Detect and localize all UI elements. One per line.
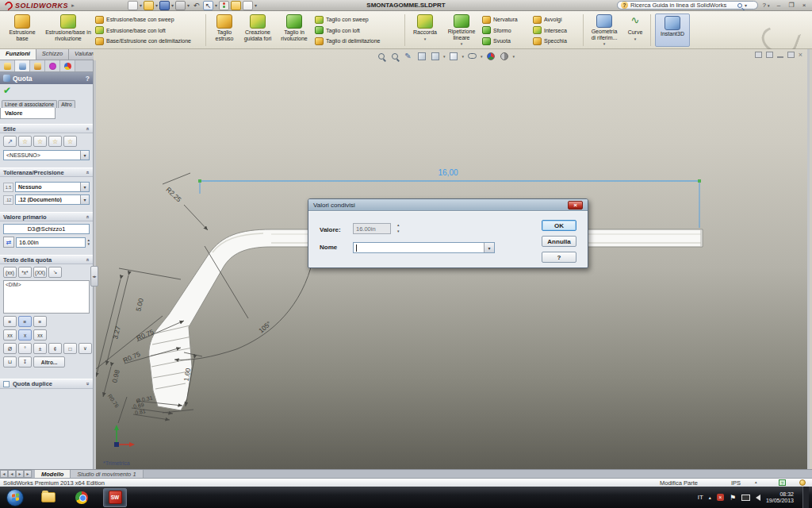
network-icon[interactable]	[741, 495, 750, 501]
interseca-button[interactable]: Interseca	[533, 25, 579, 36]
cup-symbol-button[interactable]: ⊔	[3, 356, 17, 368]
stoplight-icon[interactable]	[219, 1, 229, 10]
estrusione-rivoluzione-button[interactable]: Estrusione/base in rivoluzione	[43, 13, 94, 48]
align-right-button[interactable]: ≡	[33, 316, 47, 327]
propertymanager-tab[interactable]	[15, 60, 30, 71]
tab-altro[interactable]: Altro	[58, 100, 75, 108]
instant3d-button[interactable]: Instant3D	[655, 13, 690, 47]
section-quota-duplice-header[interactable]: Quota duplice «	[0, 379, 93, 389]
nervatura-button[interactable]: Nervatura	[482, 14, 530, 25]
menu-expand-arrow-icon[interactable]: ►	[71, 3, 75, 8]
taglio-sweep-button[interactable]: Taglio con sweep	[315, 14, 400, 25]
speaker-icon[interactable]	[756, 495, 760, 501]
dialog-close-button[interactable]: ×	[568, 201, 583, 210]
text-right-button[interactable]: xx	[33, 329, 47, 341]
tab-modello[interactable]: Modello	[35, 470, 71, 478]
dialog-title-bar[interactable]: Valori condivisi ×	[308, 199, 588, 211]
tab-schizzo[interactable]: Schizzo	[36, 49, 69, 60]
tolerance-dropdown[interactable]: Nessuno ▾	[15, 182, 90, 192]
section-view-icon[interactable]	[416, 51, 427, 61]
options-icon[interactable]	[231, 1, 241, 10]
save-caret-icon[interactable]: ▾	[171, 2, 174, 8]
language-indicator[interactable]: IT	[698, 494, 703, 501]
quota-duplice-checkbox[interactable]	[3, 381, 10, 387]
tray-alert-icon[interactable]: ×	[717, 494, 724, 501]
zoom-fit-icon[interactable]	[376, 51, 386, 61]
help-search-box[interactable]: ? ▾	[617, 1, 758, 10]
taglio-delimitazione-button[interactable]: Taglio di delimitazione	[315, 36, 400, 46]
text-left-button[interactable]: xx	[3, 329, 17, 341]
style-dropdown[interactable]: <NESSUNO> ▾	[3, 150, 90, 160]
featuremanager-tree-tab[interactable]	[0, 60, 15, 71]
precision-dropdown[interactable]: .12 (Documento) ▾	[15, 194, 90, 205]
displaymanager-tab[interactable]	[60, 60, 75, 71]
degree-symbol-button[interactable]: °	[18, 343, 32, 354]
select-cursor-icon[interactable]: ↖	[203, 1, 213, 10]
panel-help-icon[interactable]: ?	[86, 75, 90, 83]
open-icon[interactable]	[144, 1, 154, 10]
style-delete-button[interactable]: ☆	[33, 136, 47, 147]
doc-minimize-icon[interactable]	[777, 56, 783, 58]
section-valore-primario-header[interactable]: Valore primario«	[0, 212, 93, 221]
style-default-button[interactable]: ↗	[3, 136, 17, 147]
combo-arrow-icon[interactable]: ▾	[484, 243, 494, 252]
explorer-taskbar-button[interactable]	[36, 488, 60, 507]
save-icon[interactable]	[159, 1, 170, 10]
dimension-label[interactable]: 16,00	[438, 168, 458, 177]
centerline-symbol-button[interactable]: ¢	[48, 343, 62, 354]
ripetizione-lineare-button[interactable]: Ripetizione lineare ▾	[442, 13, 481, 48]
print-icon[interactable]	[175, 1, 186, 10]
undo-icon[interactable]: ↶	[191, 1, 201, 10]
display-caret-icon[interactable]: ▾	[255, 2, 257, 8]
tray-expand-icon[interactable]: ▴	[709, 495, 711, 500]
previous-view-icon[interactable]: ✎	[403, 51, 413, 61]
doc-restore-icon[interactable]	[787, 52, 795, 58]
creazione-fori-button[interactable]: Creazione guidata fori	[240, 13, 275, 48]
panel-splitter-handle[interactable]: ◂▸	[90, 266, 98, 287]
zoom-area-icon[interactable]	[389, 51, 400, 61]
section-testo-quota-header[interactable]: Testo della quota«	[0, 255, 93, 264]
raccorda-button[interactable]: Raccorda ▾	[408, 13, 442, 48]
style-save-button[interactable]: ☆	[48, 136, 62, 147]
tab-funzioni[interactable]: Funzioni	[0, 49, 36, 60]
search-icon[interactable]	[737, 3, 742, 8]
specchia-button[interactable]: Specchia	[533, 36, 579, 46]
parentheses-button[interactable]: (xx)	[3, 267, 17, 278]
taglio-loft-button[interactable]: Taglio con loft	[315, 25, 400, 36]
units-caret-icon[interactable]: ▴	[755, 479, 757, 484]
estrusione-base-button[interactable]: Estrusione base	[2, 13, 43, 48]
configurationmanager-tab[interactable]	[30, 60, 45, 71]
tab-studio-movimento[interactable]: Studio di movimento 1	[71, 470, 143, 478]
style-load-button[interactable]: ☆	[63, 136, 77, 147]
chrome-taskbar-button[interactable]	[70, 488, 94, 507]
taglio-rivoluzione-button[interactable]: Taglio in rivoluzione	[275, 13, 313, 48]
dimension-text-box[interactable]: <DIM>	[3, 280, 90, 314]
start-button[interactable]	[6, 489, 24, 506]
rebuild-value-icon[interactable]: ⇄	[3, 237, 14, 248]
diameter-symbol-button[interactable]: Ø	[3, 343, 17, 354]
curve-button[interactable]: ∿ Curve ▾	[622, 13, 648, 48]
value-spinner[interactable]: ▴▾	[87, 238, 90, 246]
square-symbol-button[interactable]: □	[63, 343, 77, 354]
tab-nav-next-button[interactable]: ►	[16, 470, 24, 478]
svuota-button[interactable]: Svuota	[482, 36, 530, 46]
help-menu-button[interactable]: ? ▾	[761, 2, 771, 9]
leader-button[interactable]: ↘	[48, 267, 62, 278]
tab-nav-first-button[interactable]: ◄	[0, 470, 8, 478]
text-middle-button[interactable]: x	[18, 329, 32, 341]
new-document-icon[interactable]	[128, 1, 138, 10]
restore-button[interactable]: ❐	[787, 2, 796, 9]
dialog-help-button[interactable]: ?	[542, 252, 576, 263]
nome-combobox[interactable]: ▾	[353, 242, 495, 253]
minimize-button[interactable]: –	[774, 2, 783, 9]
geometria-riferimento-button[interactable]: Geometria di riferim... ▾	[586, 13, 622, 48]
tab-nav-last-button[interactable]: ►	[24, 470, 32, 478]
estrusione-sweep-button[interactable]: Estrusione/base con sweep	[95, 14, 201, 25]
avvolgi-button[interactable]: Avvolgi	[533, 14, 579, 25]
dropdown-arrow-icon[interactable]: ▾	[80, 151, 89, 160]
depth-symbol-button[interactable]: ↧	[18, 356, 32, 368]
ok-button[interactable]: OK	[542, 220, 576, 231]
hide-show-items-icon[interactable]	[467, 51, 477, 61]
close-button[interactable]: ×	[799, 2, 809, 9]
align-left-button[interactable]: ≡	[3, 316, 17, 327]
